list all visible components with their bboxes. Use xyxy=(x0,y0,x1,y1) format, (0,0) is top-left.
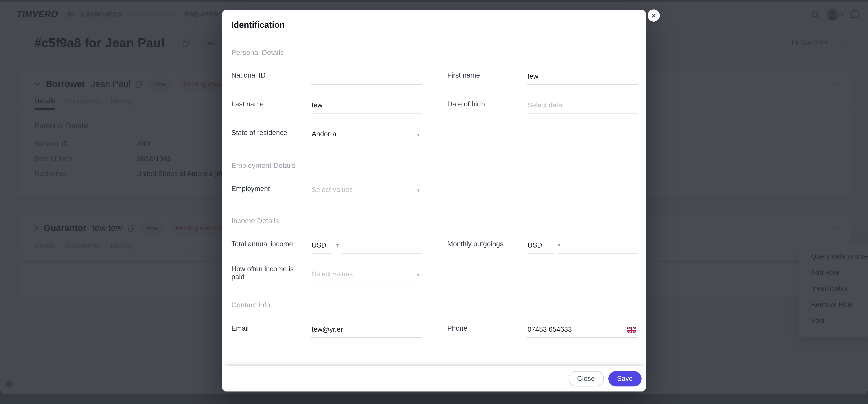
modal-close-button[interactable]: ✕ xyxy=(648,9,660,22)
field-label-phone: Phone xyxy=(447,319,525,338)
state-of-residence-select[interactable]: Andorra xyxy=(311,130,422,142)
dropdown-arrow-icon: ▾ xyxy=(336,243,339,248)
email-input[interactable] xyxy=(311,325,422,338)
screen: TIMVERO BI LAUNCHPAD APPLICATIONS PRE-AP… xyxy=(0,0,868,404)
field-label-dob: Date of birth xyxy=(447,95,525,114)
field-label-first-name: First name xyxy=(447,66,525,85)
section-heading-income: Income Details xyxy=(231,216,279,225)
close-button[interactable]: Close xyxy=(568,371,604,386)
form-row: Last name Date of birth xyxy=(222,95,646,114)
modal-footer: Close Save xyxy=(222,366,646,392)
state-of-residence-value: Andorra xyxy=(312,130,336,138)
form-row: How often income is paid Select values ▾ xyxy=(222,263,646,282)
field-label-monthly-outgoings: Monthly outgoings xyxy=(447,235,525,254)
currency-value: USD xyxy=(312,242,327,249)
section-heading-contact: Contact Info xyxy=(231,301,270,309)
total-income-currency-select[interactable]: USD ▾ xyxy=(311,242,332,253)
dropdown-arrow-icon: ▾ xyxy=(417,272,420,277)
dropdown-arrow-icon: ▾ xyxy=(417,132,420,137)
field-label-state-of-residence: State of residence xyxy=(231,124,309,143)
section-heading-employment: Employment Details xyxy=(231,161,296,170)
form-row: Total annual income USD ▾ Monthly outgoi… xyxy=(222,235,646,254)
employment-select[interactable]: Select values xyxy=(311,186,422,198)
outgoings-currency-select[interactable]: USD ▾ xyxy=(527,242,554,253)
form-row: National ID First name xyxy=(222,66,646,85)
field-label-email: Email xyxy=(231,319,309,338)
national-id-input[interactable] xyxy=(311,72,422,85)
outgoings-input[interactable] xyxy=(558,242,638,253)
last-name-input[interactable] xyxy=(311,101,422,114)
date-of-birth-input[interactable] xyxy=(527,101,638,114)
employment-placeholder: Select values xyxy=(312,186,353,194)
modal-title: Identification xyxy=(231,19,285,30)
identification-modal: Identification Personal Details National… xyxy=(222,10,646,392)
total-income-input[interactable] xyxy=(342,242,422,253)
field-label-total-annual-income: Total annual income xyxy=(231,235,309,254)
phone-input[interactable] xyxy=(527,325,638,338)
close-icon: ✕ xyxy=(651,12,656,19)
first-name-input[interactable] xyxy=(527,72,638,85)
save-button[interactable]: Save xyxy=(608,371,642,386)
dropdown-arrow-icon: ▾ xyxy=(417,188,420,193)
currency-value: USD xyxy=(527,242,542,249)
field-label-last-name: Last name xyxy=(231,95,309,114)
form-row: Employment Select values ▾ xyxy=(222,179,646,198)
income-frequency-select[interactable]: Select values xyxy=(311,270,422,282)
field-label-income-frequency: How often income is paid xyxy=(231,265,298,281)
field-label-employment: Employment xyxy=(231,179,309,198)
field-label-national-id: National ID xyxy=(231,66,309,85)
form-row: Email Phone xyxy=(222,319,646,338)
income-frequency-placeholder: Select values xyxy=(312,270,353,278)
uk-flag-icon xyxy=(627,327,636,334)
form-row: State of residence Andorra ▾ xyxy=(222,124,646,143)
section-heading-personal: Personal Details xyxy=(231,48,284,57)
